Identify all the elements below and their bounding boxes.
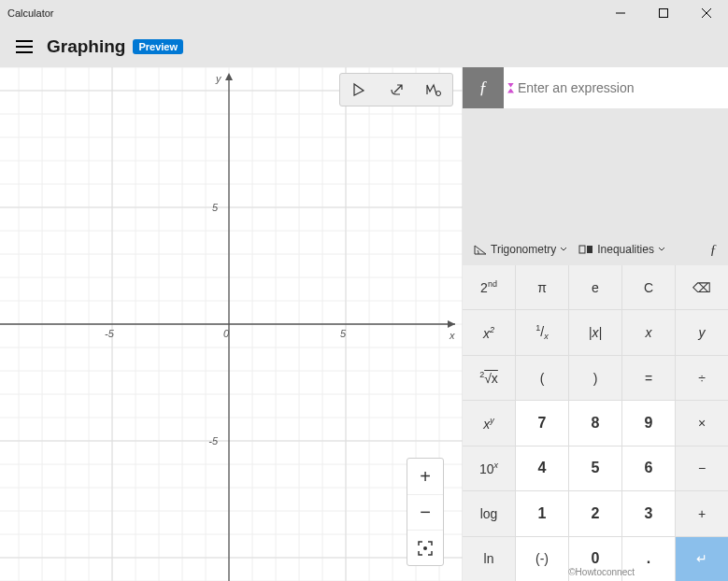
key-6[interactable]: 6 [622,446,675,490]
key-7[interactable]: 7 [516,401,568,445]
key-clear[interactable]: C [622,265,675,309]
key-close-paren[interactable]: ) [569,356,621,400]
key-2nd[interactable]: 2nd [463,265,515,309]
svg-text:0: 0 [223,328,230,339]
key-submit[interactable]: ↵ [676,537,728,581]
minimize-button[interactable] [599,0,642,26]
svg-text:5: 5 [340,328,347,339]
right-panel: ƒ Trigonometry Inequalities ƒ 2nd π [463,67,728,581]
key-3[interactable]: 3 [622,491,675,535]
inequality-icon [578,244,593,255]
svg-text:y: y [215,73,222,84]
key-reciprocal[interactable]: 1/x [516,310,568,354]
functions-button[interactable]: ƒ [707,242,721,258]
svg-point-75 [423,546,427,550]
svg-text:x: x [449,330,455,341]
ineq-label: Inequalities [597,243,654,256]
key-8[interactable]: 8 [569,401,621,445]
expression-input[interactable] [518,80,728,95]
graph-settings-icon[interactable] [415,74,452,106]
window-controls [599,0,728,26]
key-add[interactable]: + [676,491,728,535]
category-row: Trigonometry Inequalities ƒ [463,234,728,265]
share-icon[interactable] [378,74,415,106]
graph-tools [339,73,453,106]
chevron-down-icon [560,246,567,253]
chevron-down-icon [658,246,665,253]
key-ten-power[interactable]: 10x [463,446,515,490]
key-multiply[interactable]: × [676,401,728,445]
menu-button[interactable] [6,28,43,65]
key-pi[interactable]: π [516,265,568,309]
svg-rect-77 [587,246,592,253]
expression-list[interactable] [463,108,728,234]
key-subtract[interactable]: − [676,446,728,490]
close-button[interactable] [685,0,728,26]
zoom-fit-button[interactable] [407,530,443,565]
key-log[interactable]: log [463,491,515,535]
watermark: ©Howtoconnect [568,567,635,577]
preview-badge: Preview [133,39,183,54]
key-nth-root[interactable]: 2√x [463,356,515,400]
angle-icon [474,244,487,255]
expression-area: ƒ [463,67,728,234]
trigonometry-dropdown[interactable]: Trigonometry [470,243,571,256]
expression-row: ƒ [463,67,728,108]
zoom-controls: + − [407,458,444,566]
key-5[interactable]: 5 [569,446,621,490]
expression-color-marker[interactable] [504,83,518,93]
key-power[interactable]: xy [463,401,515,445]
svg-text:5: 5 [212,202,219,213]
graph-canvas[interactable]: -505-55xy [0,67,463,581]
key-abs[interactable]: |x| [569,310,621,354]
maximize-button[interactable] [642,0,685,26]
svg-text:-5: -5 [105,328,115,339]
fx-button[interactable]: ƒ [463,67,504,108]
main: -505-55xy + − ƒ Trigonometry [0,67,728,581]
key-x-squared[interactable]: x2 [463,310,515,354]
key-backspace[interactable]: ⌫ [676,265,728,309]
svg-text:-5: -5 [208,435,219,446]
key-4[interactable]: 4 [516,446,568,490]
key-e[interactable]: e [569,265,621,309]
titlebar: Calculator [0,0,728,26]
trig-label: Trigonometry [491,243,556,256]
key-ln[interactable]: ln [463,537,515,581]
mode-title: Graphing [47,36,125,57]
key-1[interactable]: 1 [516,491,568,535]
key-open-paren[interactable]: ( [516,356,568,400]
key-y[interactable]: y [676,310,728,354]
zoom-out-button[interactable]: − [407,494,443,530]
zoom-in-button[interactable]: + [407,459,443,494]
trace-tool-icon[interactable] [340,74,378,106]
svg-rect-1 [660,9,668,18]
header: Graphing Preview [0,26,728,67]
app-title: Calculator [0,7,599,19]
inequalities-dropdown[interactable]: Inequalities [575,243,669,256]
key-divide[interactable]: ÷ [676,356,728,400]
keypad: 2nd π e C ⌫ x2 1/x |x| x y 2√x ( ) = ÷ x… [463,265,728,581]
key-x[interactable]: x [622,310,675,354]
key-negate[interactable]: (-) [516,537,568,581]
key-9[interactable]: 9 [622,401,675,445]
graph-area[interactable]: -505-55xy + − [0,67,463,581]
key-2[interactable]: 2 [569,491,621,535]
key-equals[interactable]: = [622,356,675,400]
svg-rect-76 [579,246,585,253]
